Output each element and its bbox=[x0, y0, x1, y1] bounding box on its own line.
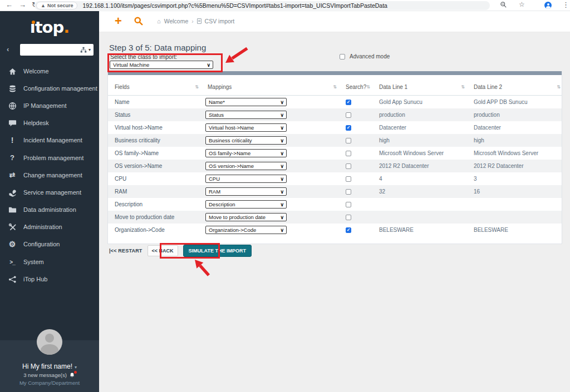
mapping-table: Fields⇅Mappings⇅Search?⇅Data Line 1⇅Data… bbox=[107, 71, 562, 244]
table-row: CPU CPU∨ 4 3 bbox=[108, 172, 562, 185]
mapping-select[interactable]: Name*∨ bbox=[205, 98, 287, 106]
mapping-select[interactable]: Status∨ bbox=[205, 111, 287, 119]
data-line-2-value: 3 bbox=[474, 176, 477, 182]
sort-icon[interactable]: ⇅ bbox=[557, 85, 561, 90]
sidebar-item-system[interactable]: >_System bbox=[0, 253, 99, 270]
class-select[interactable]: Virtual Machine∨ bbox=[110, 61, 213, 69]
back-button[interactable]: << BACK bbox=[148, 245, 178, 256]
mapping-select[interactable]: Business criticality∨ bbox=[205, 136, 287, 145]
mapping-select[interactable]: Move to production date∨ bbox=[205, 213, 287, 221]
globe-icon bbox=[7, 101, 17, 110]
sidebar-item-data-administration[interactable]: Data administration bbox=[0, 201, 99, 219]
restart-button[interactable]: |<< RESTART bbox=[109, 248, 142, 254]
column-header-data-line-1: Data Line 1⇅ bbox=[372, 78, 467, 95]
breadcrumb-welcome[interactable]: Welcome bbox=[164, 18, 189, 24]
new-messages[interactable]: 3 new message(s) bbox=[0, 372, 99, 378]
column-header-fields: Fields⇅ bbox=[108, 78, 201, 95]
data-line-1-value: Microsoft Windows Server bbox=[379, 150, 444, 156]
mapping-select[interactable]: CPU∨ bbox=[205, 175, 287, 183]
tools-icon bbox=[7, 222, 17, 231]
sidebar-collapse-icon[interactable]: ‹ bbox=[7, 45, 9, 53]
search-checkbox[interactable] bbox=[346, 125, 351, 131]
avatar[interactable] bbox=[37, 329, 62, 355]
mapping-select[interactable]: RAM∨ bbox=[205, 187, 287, 196]
sidebar-item-configuration[interactable]: ⚙Configuration bbox=[0, 236, 99, 253]
chevron-down-icon: ∨ bbox=[207, 62, 210, 68]
browser-forward-icon[interactable]: → bbox=[19, 1, 26, 9]
user-organization: My Company/Department bbox=[0, 380, 99, 386]
sidebar-item-helpdesk[interactable]: Helpdesk bbox=[0, 115, 99, 132]
chevron-down-icon: ∨ bbox=[280, 163, 284, 169]
sidebar-item-incident-management[interactable]: !Incident Management bbox=[0, 132, 99, 149]
field-name: Move to production date bbox=[115, 214, 174, 220]
search-checkbox[interactable] bbox=[346, 151, 351, 156]
search-checkbox[interactable] bbox=[346, 112, 351, 118]
sidebar-item-problem-management[interactable]: ?Problem management bbox=[0, 149, 99, 166]
breadcrumb-separator: › bbox=[191, 18, 193, 24]
table-row: Name Name*∨ Gold App Sunucu Gold APP DB … bbox=[108, 96, 562, 108]
service-hands-icon bbox=[7, 188, 17, 197]
mapping-select[interactable]: OS family->Name∨ bbox=[205, 149, 287, 157]
simulate-import-button[interactable]: SIMULATE THE IMPORT bbox=[183, 245, 252, 257]
search-checkbox[interactable] bbox=[346, 100, 351, 105]
chevron-down-icon: ∨ bbox=[280, 227, 284, 233]
sidebar-item-administration[interactable]: Administration bbox=[0, 219, 99, 236]
data-line-1-value: Datacenter bbox=[379, 125, 406, 131]
table-body: Name Name*∨ Gold App Sunucu Gold APP DB … bbox=[108, 96, 562, 236]
chat-icon bbox=[7, 118, 17, 127]
table-row: OS family->Name OS family->Name∨ Microso… bbox=[108, 147, 562, 160]
chevron-down-icon: ∨ bbox=[280, 151, 284, 156]
add-icon[interactable]: + bbox=[115, 14, 122, 28]
mapping-select[interactable]: Description∨ bbox=[205, 200, 287, 209]
breadcrumb-csv-import[interactable]: CSV import bbox=[205, 18, 235, 24]
sort-icon[interactable]: ⇅ bbox=[195, 85, 199, 90]
data-line-1-value: production bbox=[379, 112, 405, 118]
sidebar-item-service-management[interactable]: Service management bbox=[0, 183, 99, 201]
mapping-select[interactable]: Virtual host->Name∨ bbox=[205, 123, 287, 132]
field-name: Business criticality bbox=[115, 137, 160, 143]
logo-orange-dot bbox=[32, 21, 35, 24]
chevron-down-icon: ∨ bbox=[280, 112, 284, 118]
advanced-mode-checkbox[interactable] bbox=[340, 54, 345, 59]
data-line-2-value: BELESWARE bbox=[474, 227, 508, 233]
sidebar-item-ip-management[interactable]: IP Management bbox=[0, 97, 99, 114]
sort-icon[interactable]: ⇅ bbox=[333, 85, 337, 90]
search-checkbox[interactable] bbox=[346, 227, 351, 233]
browser-menu-icon[interactable]: ⋮ bbox=[562, 1, 569, 9]
sidebar-item-itop-hub[interactable]: iTop Hub bbox=[0, 270, 99, 287]
top-toolbar: + ⌂ Welcome › CSV import bbox=[99, 11, 570, 32]
browser-profile-icon[interactable] bbox=[544, 2, 552, 9]
table-row: Move to production date Move to producti… bbox=[108, 211, 562, 224]
column-header-data-line-2: Data Line 2⇅ bbox=[467, 78, 563, 95]
table-row: Organization->Code Organization->Code∨ B… bbox=[108, 224, 562, 236]
table-row: RAM RAM∨ 32 16 bbox=[108, 185, 562, 198]
mapping-select[interactable]: OS version->Name∨ bbox=[205, 162, 287, 170]
mapping-select[interactable]: Organization->Code∨ bbox=[205, 226, 287, 234]
address-bar[interactable]: ▲ Not secure 192.168.1.100/itsm/pages/cs… bbox=[35, 1, 490, 10]
search-checkbox[interactable] bbox=[346, 215, 351, 220]
search-checkbox[interactable] bbox=[346, 138, 351, 143]
table-top-bar bbox=[108, 71, 562, 75]
search-checkbox[interactable] bbox=[346, 189, 351, 195]
data-line-1-value: high bbox=[379, 137, 390, 143]
breadcrumb: ⌂ Welcome › CSV import bbox=[157, 18, 234, 24]
field-name: Organization->Code bbox=[115, 227, 165, 233]
sidebar-item-change-management[interactable]: ⇄Change management bbox=[0, 166, 99, 183]
search-checkbox[interactable] bbox=[346, 176, 351, 182]
search-checkbox[interactable] bbox=[346, 202, 351, 207]
not-secure-badge[interactable]: ▲ Not secure bbox=[36, 2, 77, 9]
sidebar-item-welcome[interactable]: Welcome bbox=[0, 62, 99, 80]
zoom-icon[interactable] bbox=[500, 1, 507, 9]
chevron-down-icon: ▾ bbox=[89, 47, 91, 52]
browser-back-icon[interactable]: ← bbox=[6, 1, 13, 9]
data-line-2-value: high bbox=[474, 137, 484, 143]
user-greeting[interactable]: Hi My first name!▾ bbox=[0, 363, 99, 370]
bookmark-star-icon[interactable]: ☆ bbox=[519, 1, 525, 8]
table-row: Description Description∨ bbox=[108, 198, 562, 211]
search-checkbox[interactable] bbox=[346, 163, 351, 169]
sort-icon[interactable]: ⇅ bbox=[366, 85, 370, 90]
search-icon[interactable] bbox=[134, 16, 143, 28]
sort-icon[interactable]: ⇅ bbox=[461, 85, 465, 90]
sidebar-item-configuration-management[interactable]: Configuration management bbox=[0, 80, 99, 97]
org-selector-input[interactable]: ▾ bbox=[20, 44, 94, 56]
